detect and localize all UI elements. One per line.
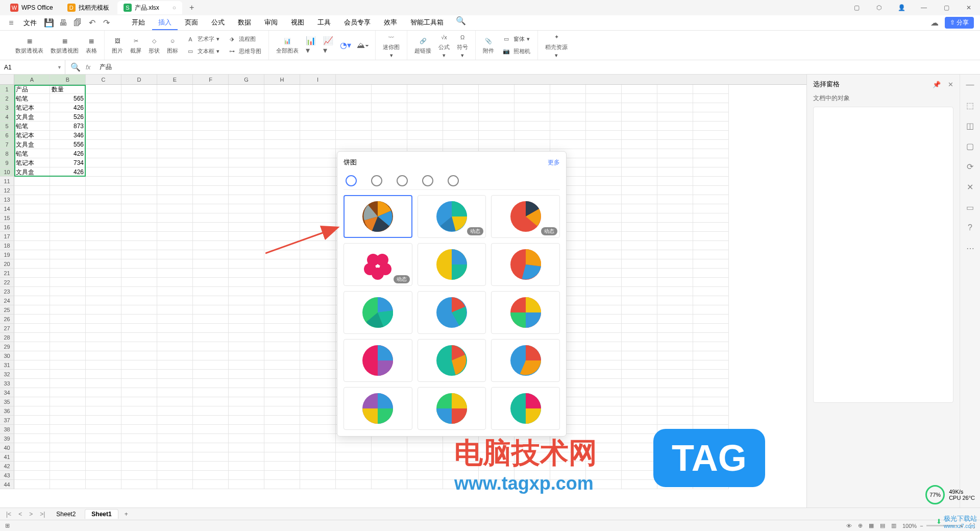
- cell[interactable]: [622, 85, 657, 94]
- cell[interactable]: [157, 296, 193, 305]
- cell[interactable]: [121, 195, 157, 204]
- row-header[interactable]: 18: [0, 241, 14, 250]
- cell[interactable]: [193, 204, 229, 213]
- tab-template[interactable]: D 找稻壳模板: [61, 1, 115, 14]
- cell[interactable]: [157, 305, 193, 315]
- row-header[interactable]: 22: [0, 278, 14, 287]
- cell[interactable]: [300, 315, 336, 324]
- cell[interactable]: [657, 140, 693, 149]
- cell[interactable]: [586, 360, 622, 370]
- cell[interactable]: [657, 379, 693, 388]
- cell[interactable]: [622, 149, 657, 158]
- menu-file[interactable]: 文件: [20, 18, 40, 28]
- cell[interactable]: [372, 462, 407, 471]
- fullscreen-icon[interactable]: ⛶: [969, 523, 975, 529]
- cell[interactable]: [14, 425, 50, 434]
- cell[interactable]: [372, 480, 407, 489]
- zoom-value[interactable]: 100%: [902, 523, 917, 529]
- cell[interactable]: [622, 480, 657, 489]
- cell[interactable]: [50, 186, 86, 195]
- ribbon-camera[interactable]: 📷照相机: [501, 46, 530, 57]
- cell[interactable]: [372, 94, 407, 103]
- cell[interactable]: [50, 379, 86, 388]
- cell[interactable]: [264, 122, 300, 131]
- cell[interactable]: [622, 388, 657, 397]
- cell[interactable]: [229, 122, 264, 131]
- cell[interactable]: [121, 287, 157, 296]
- cell[interactable]: [586, 259, 622, 269]
- cell[interactable]: [229, 462, 264, 471]
- cell[interactable]: [657, 471, 693, 480]
- cell[interactable]: [193, 140, 229, 149]
- cell[interactable]: [86, 462, 121, 471]
- row-header[interactable]: 10: [0, 167, 14, 177]
- row-header[interactable]: 40: [0, 443, 14, 452]
- cell[interactable]: [264, 351, 300, 360]
- cell[interactable]: [121, 204, 157, 213]
- sheet-nav-prev[interactable]: <: [16, 511, 24, 518]
- view-layout-icon[interactable]: ▥: [891, 522, 896, 529]
- cell[interactable]: [300, 416, 336, 425]
- cell[interactable]: [622, 370, 657, 379]
- cell[interactable]: [157, 388, 193, 397]
- cell[interactable]: [264, 149, 300, 158]
- cell[interactable]: [586, 112, 622, 122]
- ribbon-mindmap[interactable]: ⊶思维导图: [227, 46, 261, 57]
- cell[interactable]: [14, 186, 50, 195]
- cell[interactable]: [407, 480, 443, 489]
- cell[interactable]: [86, 471, 121, 480]
- cell[interactable]: [264, 158, 300, 167]
- cell[interactable]: [622, 443, 657, 452]
- col-header-f[interactable]: F: [193, 75, 229, 84]
- cell[interactable]: [14, 259, 50, 269]
- cell[interactable]: [586, 167, 622, 177]
- cell[interactable]: [336, 140, 372, 149]
- cell[interactable]: [514, 122, 550, 131]
- cell[interactable]: [693, 406, 729, 416]
- cell[interactable]: [86, 305, 121, 315]
- cell[interactable]: [157, 204, 193, 213]
- cell[interactable]: [622, 259, 657, 269]
- col-header-e[interactable]: E: [157, 75, 193, 84]
- ribbon-hyperlink[interactable]: 🔗超链接: [414, 36, 431, 55]
- cell[interactable]: [86, 131, 121, 140]
- cell[interactable]: [657, 296, 693, 305]
- menu-tab-start[interactable]: 开始: [126, 16, 151, 30]
- cell[interactable]: [50, 425, 86, 434]
- row-header[interactable]: 9: [0, 158, 14, 167]
- cell[interactable]: [86, 315, 121, 324]
- cell[interactable]: [264, 278, 300, 287]
- cell[interactable]: [14, 443, 50, 452]
- cell[interactable]: [443, 94, 479, 103]
- col-header-i[interactable]: I: [300, 75, 336, 84]
- cell[interactable]: [157, 112, 193, 122]
- cell[interactable]: [121, 103, 157, 112]
- cell[interactable]: [193, 167, 229, 177]
- cell[interactable]: [86, 324, 121, 333]
- col-header-h[interactable]: H: [264, 75, 300, 84]
- cell[interactable]: [14, 232, 50, 241]
- cell[interactable]: [229, 167, 264, 177]
- row-header[interactable]: 27: [0, 324, 14, 333]
- cell[interactable]: [157, 186, 193, 195]
- cell[interactable]: [157, 443, 193, 452]
- view-page-icon[interactable]: ▤: [880, 522, 885, 529]
- cell[interactable]: [300, 131, 336, 140]
- cell[interactable]: [622, 278, 657, 287]
- cell[interactable]: [121, 149, 157, 158]
- cell[interactable]: [193, 287, 229, 296]
- panel-close-icon[interactable]: ✕: [948, 81, 953, 88]
- cell[interactable]: [121, 305, 157, 315]
- cell[interactable]: [407, 94, 443, 103]
- cell[interactable]: [229, 112, 264, 122]
- cell[interactable]: [479, 122, 514, 131]
- row-header[interactable]: 7: [0, 140, 14, 149]
- cell[interactable]: [657, 351, 693, 360]
- print-icon[interactable]: 🖶: [58, 18, 68, 28]
- row-header[interactable]: 43: [0, 471, 14, 480]
- cell[interactable]: [693, 140, 729, 149]
- cell[interactable]: [657, 434, 693, 443]
- undo-icon[interactable]: ↶: [87, 18, 97, 28]
- cell[interactable]: [693, 370, 729, 379]
- sidebar-icon[interactable]: ▢: [849, 1, 864, 15]
